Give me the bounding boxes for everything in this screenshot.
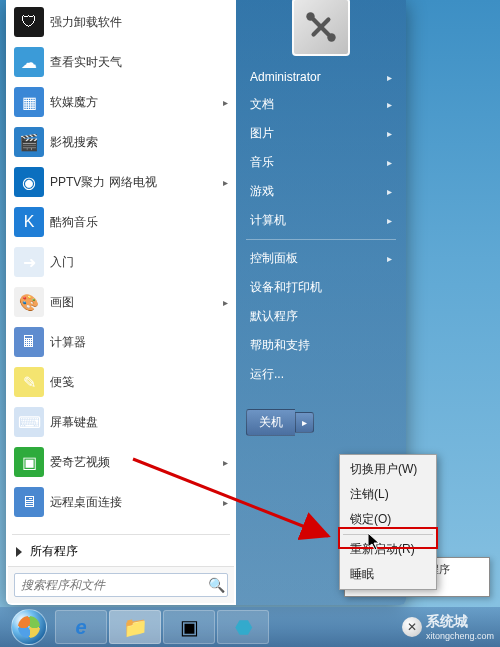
app-item[interactable]: ☁ 查看实时天气 [8,42,234,82]
app-item[interactable]: 🎬 影视搜索 [8,122,234,162]
chevron-right-icon: ▸ [223,177,228,188]
separator [343,534,433,535]
chevron-right-icon: ▸ [223,457,228,468]
search-icon: 🔍 [205,577,227,593]
app-item[interactable]: 🖥 远程桌面连接 ▸ [8,482,234,522]
app-label: 便笺 [50,374,74,391]
app-icon: ☁ [14,47,44,77]
app-list: 🛡 强力卸载软件 ☁ 查看实时天气 ▦ 软媒魔方 ▸🎬 影视搜索 ◉ PPTV聚… [8,2,234,532]
right-item-label: 游戏 [250,183,274,200]
chevron-right-icon: ▸ [387,72,392,83]
chevron-right-icon: ▸ [387,186,392,197]
app-item[interactable]: ◉ PPTV聚力 网络电视 ▸ [8,162,234,202]
apps-icon: ▣ [180,615,199,639]
start-button[interactable] [4,607,54,647]
all-programs-button[interactable]: 所有程序 [8,537,234,566]
right-panel-item[interactable]: 文档▸ [236,90,406,119]
context-menu-item[interactable]: 切换用户(W) [342,457,434,482]
app-item[interactable]: K 酷狗音乐 [8,202,234,242]
right-panel-item[interactable]: 默认程序 [236,302,406,331]
app-item[interactable]: 🎨 画图 ▸ [8,282,234,322]
chevron-right-icon: ▸ [387,215,392,226]
app-item[interactable]: ✎ 便笺 [8,362,234,402]
app-item[interactable]: ▦ 软媒魔方 ▸ [8,82,234,122]
chevron-right-icon: ▸ [387,253,392,264]
separator [246,239,396,240]
search-input[interactable] [15,578,205,592]
right-panel-item[interactable]: 图片▸ [236,119,406,148]
app-label: 屏幕键盘 [50,414,98,431]
chevron-right-icon: ▸ [223,97,228,108]
windows-logo-icon [11,609,47,645]
chevron-right-icon: ▸ [387,99,392,110]
context-menu-item[interactable]: 锁定(O) [342,507,434,532]
app-icon: 🖩 [14,327,44,357]
power-options-arrow[interactable]: ▸ [295,412,314,433]
right-list: Administrator ▸ 文档▸图片▸音乐▸游戏▸计算机▸ 控制面板▸设备… [236,58,406,395]
app-icon: ▦ [14,87,44,117]
svg-point-3 [327,33,335,41]
power-main-button[interactable]: 关机 [246,409,295,436]
chevron-right-icon: ▸ [223,297,228,308]
right-item-label: 默认程序 [250,308,298,325]
context-menu-item[interactable]: 睡眠 [342,562,434,587]
app-item[interactable]: ♠ 纸牌 [8,522,234,532]
app-icon: 🖥 [14,487,44,517]
app-label: 入门 [50,254,74,271]
right-item-label: 计算机 [250,212,286,229]
taskbar-item-apps[interactable]: ▣ [163,610,215,644]
right-panel-item[interactable]: 音乐▸ [236,148,406,177]
app-label: 爱奇艺视频 [50,454,110,471]
right-panel-item[interactable]: 运行... [236,360,406,389]
app-icon: K [14,207,44,237]
app-item[interactable]: ➜ 入门 [8,242,234,282]
triangle-right-icon [16,547,22,557]
watermark-logo-icon: ✕ [402,617,422,637]
right-items-group-1: 文档▸图片▸音乐▸游戏▸计算机▸ [236,90,406,235]
power-split-button[interactable]: 关机 ▸ [246,409,314,436]
taskbar-item-explorer[interactable]: 📁 [109,610,161,644]
right-item-label: 音乐 [250,154,274,171]
app-item[interactable]: 🖩 计算器 [8,322,234,362]
power-label: 关机 [259,415,283,429]
watermark-text: 系统城 [426,613,494,631]
app-item[interactable]: ▣ 爱奇艺视频 ▸ [8,442,234,482]
start-menu-left-panel: 🛡 强力卸载软件 ☁ 查看实时天气 ▦ 软媒魔方 ▸🎬 影视搜索 ◉ PPTV聚… [6,0,236,605]
chevron-right-icon: ▸ [223,497,228,508]
power-row: 关机 ▸ [236,409,406,436]
ie-icon: e [75,616,86,639]
right-item-label: 设备和打印机 [250,279,322,296]
right-panel-item[interactable]: 设备和打印机 [236,273,406,302]
search-box[interactable]: 🔍 [14,573,228,597]
app-item[interactable]: ⌨ 屏幕键盘 [8,402,234,442]
tool-icon: ⬣ [235,615,252,639]
right-panel-item[interactable]: 帮助和支持 [236,331,406,360]
app-icon: ⌨ [14,407,44,437]
right-panel-item[interactable]: 计算机▸ [236,206,406,235]
avatar-tools-icon [300,6,342,48]
app-icon: ➜ [14,247,44,277]
app-icon: ◉ [14,167,44,197]
taskbar-item-ie[interactable]: e [55,610,107,644]
context-menu-item[interactable]: 重新启动(R) [342,537,434,562]
app-item[interactable]: 🛡 强力卸载软件 [8,2,234,42]
app-label: PPTV聚力 网络电视 [50,174,157,191]
separator [12,534,230,535]
right-item-label: 控制面板 [250,250,298,267]
app-icon: ♠ [14,527,44,532]
context-menu-item[interactable]: 注销(L) [342,482,434,507]
app-label: 远程桌面连接 [50,494,122,511]
chevron-right-icon: ▸ [387,157,392,168]
search-power-row: 🔍 [8,566,234,603]
right-item-label: 运行... [250,366,284,383]
power-context-menu: 切换用户(W)注销(L)锁定(O) 重新启动(R)睡眠 [339,454,437,590]
app-label: 强力卸载软件 [50,14,122,31]
app-label: 画图 [50,294,74,311]
right-panel-item[interactable]: 游戏▸ [236,177,406,206]
taskbar-item-tool[interactable]: ⬣ [217,610,269,644]
right-panel-item[interactable]: 控制面板▸ [236,244,406,273]
user-avatar[interactable] [292,0,350,56]
app-label: 查看实时天气 [50,54,122,71]
folder-icon: 📁 [123,615,148,639]
user-name-item[interactable]: Administrator ▸ [236,64,406,90]
